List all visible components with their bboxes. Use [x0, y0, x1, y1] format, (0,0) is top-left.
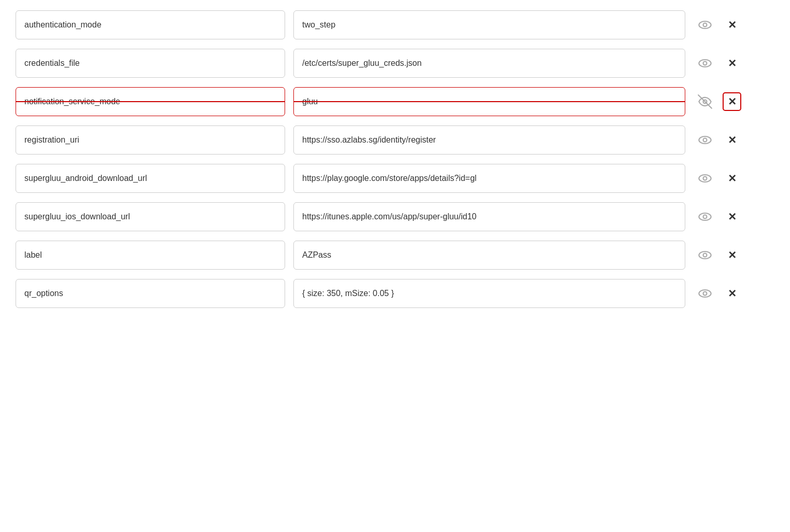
- row-actions-supergluu_ios_download_url: ✕: [694, 205, 741, 228]
- svg-point-9: [699, 213, 711, 220]
- field-key-supergluu_ios_download_url: supergluu_ios_download_url: [16, 202, 285, 231]
- close-button[interactable]: ✕: [723, 92, 741, 111]
- row-actions-qr_options: ✕: [694, 282, 741, 305]
- field-value-notification_service_mode: gluu: [293, 87, 685, 116]
- row-actions-label: ✕: [694, 244, 741, 267]
- close-button[interactable]: ✕: [723, 131, 741, 149]
- close-button[interactable]: ✕: [723, 207, 741, 226]
- field-value-credentials_file: /etc/certs/super_gluu_creds.json: [293, 49, 685, 78]
- row-supergluu_ios_download_url: supergluu_ios_download_urlhttps://itunes…: [16, 202, 741, 231]
- row-supergluu_android_download_url: supergluu_android_download_urlhttps://pl…: [16, 164, 741, 193]
- close-button[interactable]: ✕: [723, 169, 741, 188]
- svg-point-13: [699, 290, 711, 297]
- close-button[interactable]: ✕: [723, 16, 741, 34]
- svg-point-7: [699, 175, 711, 182]
- row-qr_options: qr_options{ size: 350, mSize: 0.05 } ✕: [16, 279, 741, 308]
- field-value-supergluu_android_download_url: https://play.google.com/store/apps/detai…: [293, 164, 685, 193]
- field-value-label: AZPass: [293, 241, 685, 270]
- svg-point-8: [703, 177, 707, 180]
- row-actions-supergluu_android_download_url: ✕: [694, 167, 741, 190]
- field-value-registration_uri: https://sso.azlabs.sg/identity/register: [293, 125, 685, 155]
- row-actions-credentials_file: ✕: [694, 52, 741, 75]
- field-value-supergluu_ios_download_url: https://itunes.apple.com/us/app/super-gl…: [293, 202, 685, 231]
- svg-point-1: [703, 23, 707, 27]
- svg-point-12: [703, 254, 707, 257]
- svg-point-3: [703, 62, 707, 65]
- field-key-notification_service_mode: notification_service_mode: [16, 87, 285, 116]
- row-notification_service_mode: notification_service_modegluu ✕: [16, 87, 741, 116]
- close-button[interactable]: ✕: [723, 284, 741, 303]
- svg-point-14: [703, 292, 707, 296]
- field-key-credentials_file: credentials_file: [16, 49, 285, 78]
- row-actions-registration_uri: ✕: [694, 129, 741, 151]
- field-key-supergluu_android_download_url: supergluu_android_download_url: [16, 164, 285, 193]
- row-credentials_file: credentials_file/etc/certs/super_gluu_cr…: [16, 49, 741, 78]
- field-key-registration_uri: registration_uri: [16, 125, 285, 155]
- field-value-authentication_mode: two_step: [293, 10, 685, 39]
- eye-icon[interactable]: [694, 167, 716, 190]
- eye-crossed-icon[interactable]: [694, 90, 716, 113]
- rows-container: authentication_modetwo_step ✕credentials…: [16, 10, 741, 308]
- svg-point-5: [699, 136, 711, 144]
- svg-point-11: [699, 251, 711, 259]
- row-actions-notification_service_mode: ✕: [694, 90, 741, 113]
- svg-point-6: [703, 138, 707, 142]
- row-actions-authentication_mode: ✕: [694, 13, 741, 36]
- eye-icon[interactable]: [694, 244, 716, 267]
- row-registration_uri: registration_urihttps://sso.azlabs.sg/id…: [16, 125, 741, 155]
- eye-icon[interactable]: [694, 129, 716, 151]
- eye-icon[interactable]: [694, 52, 716, 75]
- field-key-label: label: [16, 241, 285, 270]
- close-button[interactable]: ✕: [723, 246, 741, 264]
- field-value-qr_options: { size: 350, mSize: 0.05 }: [293, 279, 685, 308]
- eye-icon[interactable]: [694, 205, 716, 228]
- svg-point-0: [699, 21, 711, 29]
- close-button[interactable]: ✕: [723, 54, 741, 73]
- row-authentication_mode: authentication_modetwo_step ✕: [16, 10, 741, 39]
- svg-point-2: [699, 60, 711, 67]
- eye-icon[interactable]: [694, 13, 716, 36]
- field-key-qr_options: qr_options: [16, 279, 285, 308]
- field-key-authentication_mode: authentication_mode: [16, 10, 285, 39]
- eye-icon[interactable]: [694, 282, 716, 305]
- row-label: labelAZPass ✕: [16, 241, 741, 270]
- svg-point-10: [703, 215, 707, 219]
